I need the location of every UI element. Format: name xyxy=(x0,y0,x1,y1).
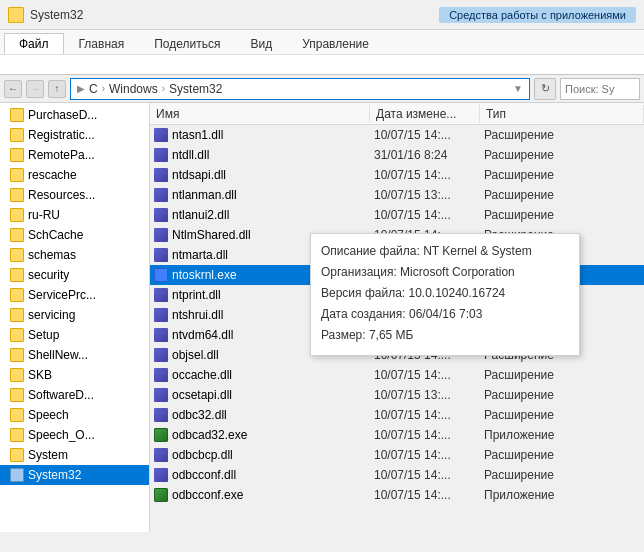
refresh-button[interactable]: ↻ xyxy=(534,78,556,100)
folder-icon xyxy=(10,168,24,182)
file-tooltip: Описание файла: NT Kernel & System Орган… xyxy=(310,233,580,356)
ribbon-tab-поделиться[interactable]: Поделиться xyxy=(139,33,235,54)
sidebar-item[interactable]: Speech_O... xyxy=(0,425,149,445)
sidebar-item-label: PurchaseD... xyxy=(28,108,97,122)
sidebar-item[interactable]: Setup xyxy=(0,325,149,345)
back-button[interactable]: ← xyxy=(4,80,22,98)
sidebar-item-label: ServicePrc... xyxy=(28,288,96,302)
table-row[interactable]: ntasn1.dll10/07/15 14:...Расширение xyxy=(150,125,644,145)
ribbon-tab-файл[interactable]: Файл xyxy=(4,33,64,54)
sidebar-item-label: Setup xyxy=(28,328,59,342)
ribbon-tab-главная[interactable]: Главная xyxy=(64,33,140,54)
folder-icon xyxy=(10,108,24,122)
dll-icon xyxy=(154,288,168,302)
sidebar-item[interactable]: ServicePrc... xyxy=(0,285,149,305)
table-row[interactable]: odbcad32.exe10/07/15 14:...Приложение xyxy=(150,425,644,445)
file-name: ntlanui2.dll xyxy=(172,208,229,222)
sidebar-item-label: Speech xyxy=(28,408,69,422)
title-bar: System32 Средства работы с приложениями xyxy=(0,0,644,30)
sidebar-item[interactable]: servicing xyxy=(0,305,149,325)
title-folder-icon xyxy=(8,7,24,23)
ribbon-tab-управление[interactable]: Управление xyxy=(287,33,384,54)
path-sep2: › xyxy=(162,83,165,94)
forward-button[interactable]: → xyxy=(26,80,44,98)
file-name: odbc32.dll xyxy=(172,408,227,422)
sidebar-item-label: SKB xyxy=(28,368,52,382)
col-name-header[interactable]: Имя xyxy=(150,105,370,123)
sidebar-item[interactable]: SKB xyxy=(0,365,149,385)
col-type-header[interactable]: Тип xyxy=(480,105,644,123)
folder-icon xyxy=(10,128,24,142)
sidebar-item[interactable]: System32 xyxy=(0,465,149,485)
search-input[interactable] xyxy=(560,78,640,100)
file-type: Расширение xyxy=(480,468,644,482)
sidebar-item[interactable]: SchCache xyxy=(0,225,149,245)
file-name-cell: occache.dll xyxy=(150,368,370,382)
address-path[interactable]: ▶ C › Windows › System32 ▼ xyxy=(70,78,530,100)
sidebar-item-label: rescache xyxy=(28,168,77,182)
main-content: PurchaseD...Registratic...RemotePa...res… xyxy=(0,103,644,532)
sidebar-item[interactable]: PurchaseD... xyxy=(0,105,149,125)
path-system32: System32 xyxy=(169,82,222,96)
file-name: ocsetapi.dll xyxy=(172,388,232,402)
ribbon-tabs: ФайлГлавнаяПоделитьсяВидУправление xyxy=(0,30,644,54)
sidebar-item[interactable]: Speech xyxy=(0,405,149,425)
file-list-header: Имя Дата измене... Тип xyxy=(150,103,644,125)
folder-icon xyxy=(10,348,24,362)
file-name: ntdsapi.dll xyxy=(172,168,226,182)
sidebar-item[interactable]: RemotePa... xyxy=(0,145,149,165)
dll-icon xyxy=(154,448,168,462)
sidebar-item[interactable]: ru-RU xyxy=(0,205,149,225)
folder-icon xyxy=(10,268,24,282)
col-date-header[interactable]: Дата измене... xyxy=(370,105,480,123)
file-name: ntlanman.dll xyxy=(172,188,237,202)
sidebar-item-label: Speech_O... xyxy=(28,428,95,442)
table-row[interactable]: odbc32.dll10/07/15 14:...Расширение xyxy=(150,405,644,425)
file-date: 10/07/15 14:... xyxy=(370,128,480,142)
file-name-cell: ntasn1.dll xyxy=(150,128,370,142)
table-row[interactable]: ntlanman.dll10/07/15 13:...Расширение xyxy=(150,185,644,205)
sidebar-item-label: System xyxy=(28,448,68,462)
dll-icon xyxy=(154,248,168,262)
dll-icon xyxy=(154,468,168,482)
file-type: Расширение xyxy=(480,368,644,382)
dll-icon xyxy=(154,348,168,362)
tooltip-created: Дата создания: 06/04/16 7:03 xyxy=(321,305,569,323)
exe-icon xyxy=(154,268,168,282)
dll-icon xyxy=(154,328,168,342)
sidebar-item-label: Registratic... xyxy=(28,128,95,142)
table-row[interactable]: occache.dll10/07/15 14:...Расширение xyxy=(150,365,644,385)
file-type: Расширение xyxy=(480,148,644,162)
table-row[interactable]: ntdsapi.dll10/07/15 14:...Расширение xyxy=(150,165,644,185)
table-row[interactable]: odbcbcp.dll10/07/15 14:...Расширение xyxy=(150,445,644,465)
file-date: 10/07/15 14:... xyxy=(370,428,480,442)
file-name: ntprint.dll xyxy=(172,288,221,302)
up-button[interactable]: ↑ xyxy=(48,80,66,98)
file-name: objsel.dll xyxy=(172,348,219,362)
table-row[interactable]: odbcconf.dll10/07/15 14:...Расширение xyxy=(150,465,644,485)
folder-icon xyxy=(10,468,24,482)
sidebar-item[interactable]: rescache xyxy=(0,165,149,185)
sidebar-item[interactable]: Registratic... xyxy=(0,125,149,145)
folder-icon xyxy=(10,388,24,402)
sidebar-item[interactable]: System xyxy=(0,445,149,465)
sidebar-item[interactable]: ShellNew... xyxy=(0,345,149,365)
sidebar-item[interactable]: SoftwareD... xyxy=(0,385,149,405)
table-row[interactable]: ntlanui2.dll10/07/15 14:...Расширение xyxy=(150,205,644,225)
sidebar-item[interactable]: schemas xyxy=(0,245,149,265)
table-row[interactable]: ntdll.dll31/01/16 8:24Расширение xyxy=(150,145,644,165)
sidebar-item-label: SoftwareD... xyxy=(28,388,94,402)
table-row[interactable]: ocsetapi.dll10/07/15 13:...Расширение xyxy=(150,385,644,405)
sidebar-item[interactable]: security xyxy=(0,265,149,285)
file-name: ntasn1.dll xyxy=(172,128,223,142)
tooltip-version: Версия файла: 10.0.10240.16724 xyxy=(321,284,569,302)
file-type: Расширение xyxy=(480,408,644,422)
tooltip-description: Описание файла: NT Kernel & System xyxy=(321,242,569,260)
dll-icon xyxy=(154,148,168,162)
file-name: ntmarta.dll xyxy=(172,248,228,262)
ribbon-tab-вид[interactable]: Вид xyxy=(235,33,287,54)
sidebar-item[interactable]: Resources... xyxy=(0,185,149,205)
file-name: ntshrui.dll xyxy=(172,308,223,322)
table-row[interactable]: odbcconf.exe10/07/15 14:...Приложение xyxy=(150,485,644,505)
file-date: 10/07/15 14:... xyxy=(370,488,480,502)
